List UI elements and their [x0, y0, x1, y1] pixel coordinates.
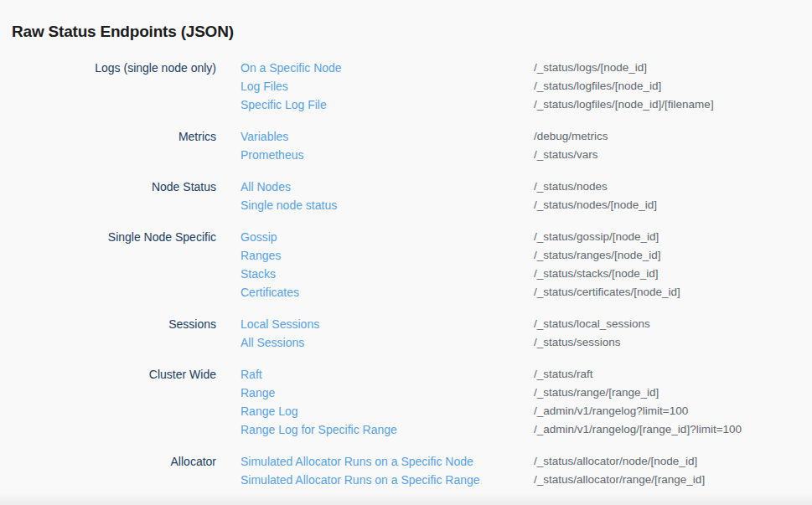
endpoint-link[interactable]: Stacks — [240, 265, 534, 283]
endpoint-row: Variables /debug/metrics — [216, 127, 812, 146]
section-single-node-specific: Single Node Specific Gossip /_status/gos… — [0, 228, 812, 301]
endpoint-row: Simulated Allocator Runs on a Specific N… — [216, 452, 812, 471]
endpoints-table: Logs (single node only) On a Specific No… — [0, 59, 812, 489]
endpoint-link[interactable]: Gossip — [240, 228, 534, 246]
section-node-status: Node Status All Nodes /_status/nodes Sin… — [0, 178, 812, 214]
endpoint-path: /_status/ranges/[node_id] — [534, 246, 661, 265]
endpoint-link[interactable]: Specific Log File — [240, 95, 534, 114]
endpoint-row: Stacks /_status/stacks/[node_id] — [216, 265, 812, 283]
endpoint-link[interactable]: All Sessions — [240, 333, 534, 352]
section-cluster-wide: Cluster Wide Raft /_status/raft Range /_… — [0, 365, 812, 439]
endpoint-path: /_status/logfiles/[node_id] — [534, 77, 661, 95]
endpoint-link[interactable]: Simulated Allocator Runs on a Specific R… — [240, 471, 534, 489]
endpoint-row: Log Files /_status/logfiles/[node_id] — [216, 77, 812, 95]
endpoint-row: Specific Log File /_status/logfiles/[nod… — [216, 95, 812, 114]
section-category: Allocator — [0, 452, 216, 489]
endpoint-path: /_status/gossip/[node_id] — [534, 228, 659, 246]
endpoint-link[interactable]: All Nodes — [240, 178, 534, 196]
endpoint-link[interactable]: Range Log for Specific Range — [240, 420, 534, 439]
endpoint-path: /_status/logs/[node_id] — [534, 59, 647, 77]
endpoint-link[interactable]: Raft — [240, 365, 534, 384]
section-allocator: Allocator Simulated Allocator Runs on a … — [0, 452, 812, 489]
endpoint-link[interactable]: Range Log — [240, 402, 534, 420]
endpoint-row: Range Log for Specific Range /_admin/v1/… — [216, 420, 812, 439]
endpoint-path: /_status/nodes/[node_id] — [534, 196, 657, 214]
section-category: Metrics — [0, 127, 216, 164]
endpoint-row: Local Sessions /_status/local_sessions — [216, 315, 812, 333]
section-category: Logs (single node only) — [0, 59, 216, 114]
endpoint-path: /_status/allocator/node/[node_id] — [534, 452, 697, 471]
section-category: Sessions — [0, 315, 216, 352]
endpoint-link[interactable]: Variables — [240, 127, 534, 146]
endpoint-link[interactable]: Simulated Allocator Runs on a Specific N… — [240, 452, 534, 471]
endpoint-row: All Sessions /_status/sessions — [216, 333, 812, 352]
endpoint-path: /_status/certificates/[node_id] — [534, 283, 680, 301]
endpoint-link[interactable]: Certificates — [240, 283, 534, 301]
endpoint-path: /_admin/v1/rangelog?limit=100 — [534, 402, 688, 420]
endpoint-path: /_status/allocator/range/[range_id] — [534, 471, 705, 489]
endpoint-path: /_status/logfiles/[node_id]/[filename] — [534, 95, 714, 114]
section-category: Node Status — [0, 178, 216, 214]
endpoint-row: Certificates /_status/certificates/[node… — [216, 283, 812, 301]
endpoint-row: Prometheus /_status/vars — [216, 146, 812, 164]
endpoint-path: /_status/sessions — [534, 333, 621, 352]
endpoint-link[interactable]: Range — [240, 384, 534, 402]
endpoint-row: Gossip /_status/gossip/[node_id] — [216, 228, 812, 246]
endpoint-link[interactable]: Single node status — [240, 196, 534, 214]
endpoint-path: /_status/local_sessions — [534, 315, 650, 333]
section-sessions: Sessions Local Sessions /_status/local_s… — [0, 315, 812, 352]
endpoint-row: Raft /_status/raft — [216, 365, 812, 384]
endpoint-path: /_admin/v1/rangelog/[range_id]?limit=100 — [534, 420, 742, 439]
endpoint-link[interactable]: Local Sessions — [240, 315, 534, 333]
endpoint-path: /debug/metrics — [534, 127, 608, 146]
endpoint-row: Ranges /_status/ranges/[node_id] — [216, 246, 812, 265]
endpoint-path: /_status/raft — [534, 365, 593, 384]
endpoint-link[interactable]: On a Specific Node — [240, 59, 534, 77]
endpoint-row: Single node status /_status/nodes/[node_… — [216, 196, 812, 214]
endpoint-row: Range Log /_admin/v1/rangelog?limit=100 — [216, 402, 812, 420]
endpoint-row: On a Specific Node /_status/logs/[node_i… — [216, 59, 812, 77]
endpoint-row: Range /_status/range/[range_id] — [216, 384, 812, 402]
footer-shade — [0, 492, 812, 505]
section-metrics: Metrics Variables /debug/metrics Prometh… — [0, 127, 812, 164]
section-category: Single Node Specific — [0, 228, 216, 301]
section-logs: Logs (single node only) On a Specific No… — [0, 59, 812, 114]
endpoint-row: Simulated Allocator Runs on a Specific R… — [216, 471, 812, 489]
endpoint-row: All Nodes /_status/nodes — [216, 178, 812, 196]
endpoint-link[interactable]: Prometheus — [240, 146, 534, 164]
endpoint-link[interactable]: Log Files — [240, 77, 534, 95]
section-category: Cluster Wide — [0, 365, 216, 439]
endpoint-path: /_status/vars — [534, 146, 598, 164]
page-title: Raw Status Endpoints (JSON) — [0, 11, 812, 41]
endpoint-path: /_status/range/[range_id] — [534, 384, 659, 402]
endpoint-path: /_status/nodes — [534, 178, 608, 196]
endpoint-path: /_status/stacks/[node_id] — [534, 265, 659, 283]
endpoint-link[interactable]: Ranges — [240, 246, 534, 265]
